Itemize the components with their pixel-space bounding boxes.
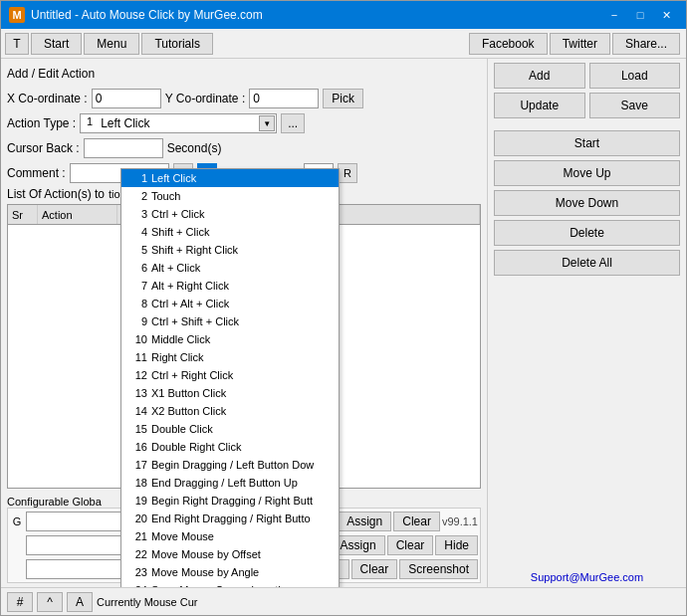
bottom-bar: # ^ A Currently Mouse Cur <box>1 587 686 615</box>
dots-button[interactable]: ... <box>281 113 305 133</box>
dropdown-item-14[interactable]: 14X2 Button Click <box>121 402 339 420</box>
dropdown-item-22[interactable]: 22Move Mouse by Offset <box>121 545 339 563</box>
cursor-back-input[interactable] <box>84 138 163 158</box>
window-title: Untitled - Auto Mouse Click by MurGee.co… <box>31 8 602 22</box>
dropdown-item-20[interactable]: 20End Right Dragging / Right Butto <box>121 510 339 527</box>
delay-seconds-label: Second(s) <box>167 141 222 155</box>
dropdown-item-5[interactable]: 5Shift + Right Click <box>121 241 339 259</box>
config-global-label: Configurable Globa <box>7 496 102 508</box>
dropdown-item-21[interactable]: 21Move Mouse <box>121 527 339 545</box>
clear-button-2[interactable]: Clear <box>387 535 434 555</box>
g-label: G <box>10 515 24 527</box>
maximize-button[interactable]: □ <box>628 5 652 25</box>
title-bar: M Untitled - Auto Mouse Click by MurGee.… <box>1 1 686 29</box>
coordinate-row: X Co-ordinate : Y Co-ordinate : Pick <box>7 88 481 109</box>
dropdown-item-12[interactable]: 12Ctrl + Right Click <box>121 366 339 384</box>
version-text: v99.1.1 <box>442 515 478 527</box>
save-button[interactable]: Save <box>589 93 681 118</box>
screenshot-button[interactable]: Screenshot <box>399 559 478 579</box>
clear-button-1[interactable]: Clear <box>393 512 440 531</box>
hide-button[interactable]: Hide <box>435 535 478 555</box>
move-up-button[interactable]: Move Up <box>494 160 680 186</box>
dropdown-item-10[interactable]: 10Middle Click <box>121 330 339 348</box>
action-type-num: 1 <box>82 115 98 127</box>
x-coord-input[interactable] <box>92 89 161 108</box>
dropdown-item-1[interactable]: 1Left Click <box>121 169 339 187</box>
action-type-input[interactable] <box>80 113 277 133</box>
load-button[interactable]: Load <box>589 63 681 89</box>
dropdown-item-2[interactable]: 2Touch <box>121 187 339 205</box>
twitter-button[interactable]: Twitter <box>550 33 610 55</box>
dropdown-item-4[interactable]: 4Shift + Click <box>121 223 339 241</box>
list-label: List Of Action(s) to <box>7 187 105 201</box>
cursor-back-row: Cursor Back : Second(s) <box>7 137 481 159</box>
move-down-button[interactable]: Move Down <box>494 190 680 216</box>
action-type-dropdown: 1Left Click2Touch3Ctrl + Click4Shift + C… <box>120 168 340 587</box>
dropdown-item-17[interactable]: 17Begin Dragging / Left Button Dow <box>121 456 339 474</box>
close-button[interactable]: ✕ <box>654 5 678 25</box>
comment-label: Comment : <box>7 166 66 180</box>
dropdown-item-16[interactable]: 16Double Right Click <box>121 438 339 456</box>
minimize-button[interactable]: − <box>602 5 626 25</box>
right-panel: Add Load Update Save Start Move Up Move … <box>487 59 686 587</box>
update-button[interactable]: Update <box>494 93 585 118</box>
add-load-row: Add Load <box>494 63 680 89</box>
caret-button[interactable]: ^ <box>37 592 63 612</box>
dropdown-item-6[interactable]: 6Alt + Click <box>121 259 339 277</box>
dropdown-item-15[interactable]: 15Double Click <box>121 420 339 438</box>
toolbar: T Start Menu Tutorials Facebook Twitter … <box>1 29 686 59</box>
update-save-row: Update Save <box>494 93 680 118</box>
facebook-button[interactable]: Facebook <box>469 33 548 55</box>
assign-button-1[interactable]: Assign <box>338 512 391 531</box>
left-panel: Add / Edit Action X Co-ordinate : Y Co-o… <box>1 59 487 587</box>
dropdown-item-9[interactable]: 9Ctrl + Shift + Click <box>121 312 339 330</box>
dropdown-item-23[interactable]: 23Move Mouse by Angle <box>121 563 339 581</box>
tutorials-button[interactable]: Tutorials <box>141 33 213 55</box>
add-button[interactable]: Add <box>494 63 585 89</box>
delete-button[interactable]: Delete <box>494 220 680 246</box>
start-button[interactable]: Start <box>31 33 82 55</box>
add-edit-label: Add / Edit Action <box>7 67 95 81</box>
action-type-row: Action Type : 1 ▼ ... <box>7 112 481 134</box>
share-button[interactable]: Share... <box>612 33 680 55</box>
dropdown-list-inner[interactable]: 1Left Click2Touch3Ctrl + Click4Shift + C… <box>121 169 339 587</box>
y-coord-input[interactable] <box>249 89 319 108</box>
main-window: M Untitled - Auto Mouse Click by MurGee.… <box>0 0 687 616</box>
col-header-sr: Sr <box>8 205 38 224</box>
dropdown-item-8[interactable]: 8Ctrl + Alt + Click <box>121 295 339 312</box>
dropdown-item-11[interactable]: 11Right Click <box>121 348 339 366</box>
dropdown-item-24[interactable]: 24Save Mouse Cursor Location <box>121 581 339 587</box>
dropdown-item-13[interactable]: 13X1 Button Click <box>121 384 339 402</box>
pick-button[interactable]: Pick <box>323 89 363 108</box>
cursor-back-label: Cursor Back : <box>7 141 80 155</box>
dropdown-item-19[interactable]: 19Begin Right Dragging / Right Butt <box>121 492 339 510</box>
x-coord-label: X Co-ordinate : <box>7 92 88 105</box>
col-header-action: Action <box>38 205 117 224</box>
r-button[interactable]: R <box>338 163 357 183</box>
mouse-cursor-label: Currently Mouse Cur <box>97 596 197 608</box>
a-button[interactable]: A <box>67 592 93 612</box>
hash-button[interactable]: # <box>7 592 33 612</box>
action-type-label: Action Type : <box>7 116 76 130</box>
main-content: Add / Edit Action X Co-ordinate : Y Co-o… <box>1 59 686 587</box>
window-controls: − □ ✕ <box>602 5 678 25</box>
clear-button-3[interactable]: Clear <box>351 559 398 579</box>
dropdown-item-3[interactable]: 3Ctrl + Click <box>121 205 339 223</box>
action-type-container: 1 ▼ <box>80 113 277 133</box>
start-script-button[interactable]: Start <box>494 130 680 156</box>
add-edit-label-row: Add / Edit Action <box>7 63 481 85</box>
menu-button[interactable]: Menu <box>84 33 139 55</box>
app-icon: M <box>9 7 25 23</box>
dropdown-item-7[interactable]: 7Alt + Right Click <box>121 277 339 295</box>
support-email: Support@MurGee.com <box>494 571 680 583</box>
dropdown-item-18[interactable]: 18End Dragging / Left Button Up <box>121 474 339 492</box>
y-coord-label: Y Co-ordinate : <box>165 92 246 105</box>
delete-all-button[interactable]: Delete All <box>494 250 680 276</box>
t-button[interactable]: T <box>5 33 29 55</box>
